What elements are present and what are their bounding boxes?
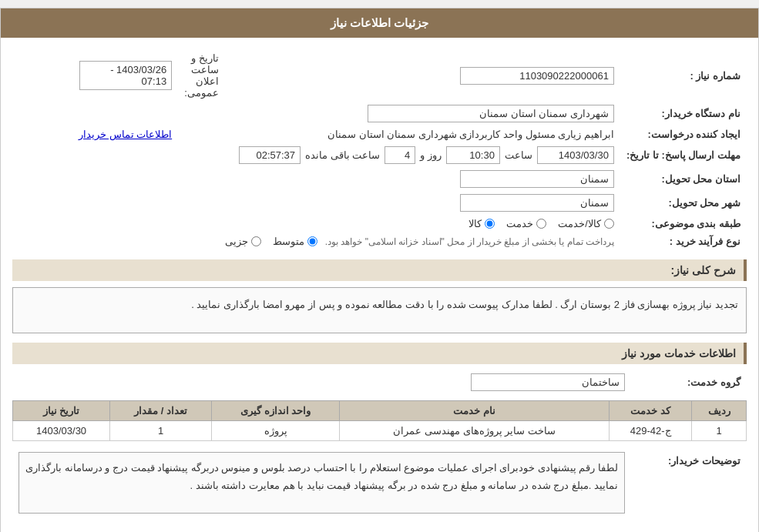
deadline-days-label: روز و bbox=[420, 149, 442, 161]
table-row: 1 ج-42-429 ساخت سایر پروژه‌های مهندسی عم… bbox=[13, 421, 747, 441]
need-number-label: شماره نیاز : bbox=[620, 49, 747, 102]
page-header: جزئیات اطلاعات نیاز bbox=[1, 8, 758, 38]
process-label: نوع فرآیند خرید : bbox=[620, 233, 747, 250]
category-option-khadamat[interactable]: خدمت bbox=[506, 218, 546, 229]
col-unit: واحد اندازه گیری bbox=[212, 401, 340, 421]
remaining-label: ساعت باقی مانده bbox=[305, 149, 380, 161]
cell-date: 1403/03/30 bbox=[13, 421, 110, 441]
contact-link-cell: اطلاعات تماس خریدار bbox=[12, 125, 178, 143]
deadline-date: 1403/03/30 bbox=[537, 146, 614, 164]
buyer-notes-text: لطفا رقم پیشنهادی خودبرای اجرای عملیات م… bbox=[18, 452, 625, 514]
province-value: سمنان bbox=[460, 170, 614, 188]
city-label: شهر محل تحویل: bbox=[620, 191, 747, 215]
buyer-notes-label: توضیحات خریدار: bbox=[631, 449, 747, 526]
col-service-name: نام خدمت bbox=[340, 401, 610, 421]
announce-label: تاریخ و ساعت اعلان عمومی: bbox=[178, 49, 225, 102]
creator-value: ابراهیم زیاری مسئول واحد کاربردازی شهردا… bbox=[178, 125, 620, 143]
need-number-value: 1103090222000061 bbox=[225, 49, 620, 102]
process-option-jozi[interactable]: جزیی bbox=[225, 236, 261, 247]
col-service-code: کد خدمت bbox=[609, 401, 691, 421]
services-table: ردیف کد خدمت نام خدمت واحد اندازه گیری ت… bbox=[12, 400, 747, 441]
col-row-num: ردیف bbox=[692, 401, 747, 421]
process-note: پرداخت تمام یا بخشی از مبلغ خریدار از مح… bbox=[325, 236, 614, 247]
cell-service-code: ج-42-429 bbox=[609, 421, 691, 441]
cell-row-num: 1 bbox=[692, 421, 747, 441]
cell-service-name: ساخت سایر پروژه‌های مهندسی عمران bbox=[340, 421, 610, 441]
services-section-title: اطلاعات خدمات مورد نیاز bbox=[12, 343, 747, 364]
announce-value: 1403/03/26 - 07:13 bbox=[12, 49, 178, 102]
page-title: جزئیات اطلاعات نیاز bbox=[331, 16, 428, 29]
category-option-kala[interactable]: کالا bbox=[468, 218, 495, 229]
deadline-label: مهلت ارسال پاسخ: تا تاریخ: bbox=[620, 143, 747, 167]
deadline-time-label: ساعت bbox=[505, 149, 532, 161]
buyer-org-label: نام دستگاه خریدار: bbox=[620, 102, 747, 125]
category-option-kala-khadamat[interactable]: کالا/خدمت bbox=[558, 218, 614, 229]
buyer-org-value: شهرداری سمنان استان سمنان bbox=[12, 102, 620, 125]
description-text: تجدید نیاز پروژه بهسازی فاز 2 بوستان ارگ… bbox=[12, 287, 747, 333]
process-option-mutavasset[interactable]: متوسط bbox=[273, 236, 317, 247]
province-label: استان محل تحویل: bbox=[620, 167, 747, 191]
group-label: گروه خدمت: bbox=[631, 370, 747, 394]
deadline-time: 10:30 bbox=[446, 146, 500, 164]
deadline-days: 4 bbox=[385, 146, 415, 164]
category-label: طبقه بندی موضوعی: bbox=[620, 215, 747, 233]
cell-quantity: 1 bbox=[110, 421, 212, 441]
description-section-title: شرح کلی نیاز: bbox=[12, 259, 747, 281]
creator-label: ایجاد کننده درخواست: bbox=[620, 125, 747, 143]
group-value: ساختمان bbox=[12, 370, 631, 394]
remaining-time: 02:57:37 bbox=[239, 146, 301, 164]
contact-link[interactable]: اطلاعات تماس خریدار bbox=[79, 129, 172, 140]
col-quantity: تعداد / مقدار bbox=[110, 401, 212, 421]
col-date: تاریخ نیاز bbox=[13, 401, 110, 421]
city-value: سمنان bbox=[460, 194, 614, 212]
cell-unit: پروژه bbox=[212, 421, 340, 441]
